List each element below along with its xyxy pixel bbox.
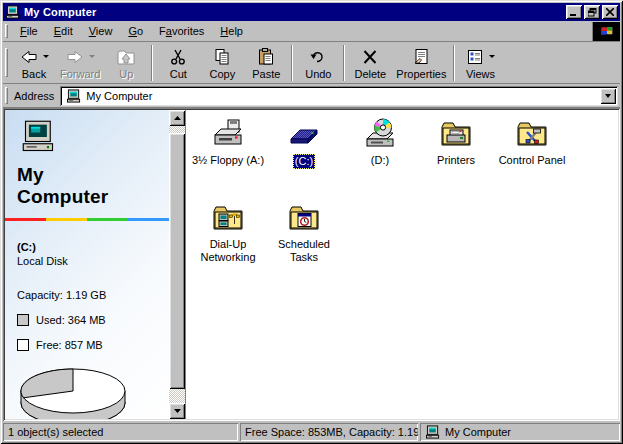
- minimize-button[interactable]: [566, 5, 582, 19]
- delete-button[interactable]: Delete: [348, 44, 392, 82]
- toolbar-separator: [151, 45, 153, 81]
- cd-drive-icon: [364, 118, 396, 150]
- undo-button[interactable]: Undo: [296, 44, 340, 82]
- selected-item-name: (C:): [17, 241, 169, 253]
- address-bar: Address My Computer: [3, 84, 620, 108]
- forward-button[interactable]: Forward: [56, 44, 104, 82]
- used-legend: Used: 364 MB: [17, 314, 169, 326]
- restore-button[interactable]: [584, 5, 600, 19]
- scroll-down-button[interactable]: [169, 403, 185, 419]
- used-swatch: [17, 314, 29, 326]
- printers-folder-icon: [440, 118, 472, 150]
- forward-arrow-icon: [65, 47, 85, 67]
- address-value: My Computer: [86, 90, 600, 102]
- delete-x-icon: [360, 47, 380, 67]
- copy-pages-icon: [212, 47, 232, 67]
- my-computer-icon: [5, 5, 21, 19]
- views-button[interactable]: Views: [458, 44, 502, 82]
- properties-button[interactable]: Properties: [392, 44, 450, 82]
- webview-panel: My Computer (C:) Local Disk Capacity: 1.…: [5, 110, 169, 419]
- close-icon: [606, 8, 614, 16]
- toolbar: Back Forward Up Cut Copy Paste Undo: [3, 42, 620, 84]
- scrollbar-thumb[interactable]: [169, 133, 185, 389]
- menu-help[interactable]: Help: [212, 22, 251, 40]
- properties-sheet-icon: [411, 47, 431, 67]
- undo-arrow-icon: [308, 47, 328, 67]
- floppy-drive-icon: [212, 118, 244, 150]
- toolbar-gripper[interactable]: [5, 48, 8, 77]
- scroll-down-arrow-icon: [174, 409, 181, 413]
- toolbar-separator: [291, 45, 293, 81]
- my-computer-window: My Computer File Edit View Go Favorites …: [0, 0, 623, 444]
- windows-flag-icon: [600, 25, 614, 37]
- toolbar-separator: [453, 45, 455, 81]
- webview-scrollbar[interactable]: [169, 110, 185, 419]
- status-bar: 1 object(s) selected Free Space: 853MB, …: [3, 421, 620, 441]
- rule-green: [87, 218, 128, 221]
- title-bar[interactable]: My Computer: [3, 3, 620, 21]
- paste-button[interactable]: Paste: [244, 44, 288, 82]
- webview-title-line2: Computer: [17, 186, 169, 208]
- menu-file[interactable]: File: [12, 22, 46, 40]
- address-label: Address: [12, 90, 60, 102]
- icon-floppy-a[interactable]: 3½ Floppy (A:): [190, 118, 266, 198]
- icon-scheduled-tasks[interactable]: Scheduled Tasks: [266, 202, 342, 282]
- rule-yellow: [46, 218, 87, 221]
- close-button[interactable]: [602, 5, 618, 19]
- chevron-down-icon: [605, 94, 611, 98]
- icon-printers[interactable]: Printers: [418, 118, 494, 198]
- window-title: My Computer: [24, 6, 564, 18]
- free-text: Free: 857 MB: [36, 339, 103, 351]
- my-computer-icon: [66, 89, 82, 103]
- paste-clipboard-icon: [256, 47, 276, 67]
- icon-drive-d[interactable]: (D:): [342, 118, 418, 198]
- windows-logo-throbber: [592, 22, 620, 41]
- status-location-text: My Computer: [445, 426, 511, 438]
- status-free-space: Free Space: 853MB, Capacity: 1.19GB: [240, 423, 418, 441]
- address-dropdown-button[interactable]: [600, 88, 616, 104]
- rule-blue: [128, 218, 169, 221]
- rule-red: [5, 218, 46, 221]
- capacity-text: Capacity: 1.19 GB: [17, 289, 169, 301]
- views-dropdown-caret[interactable]: [489, 55, 495, 58]
- cut-scissors-icon: [168, 47, 188, 67]
- scroll-up-button[interactable]: [169, 110, 185, 126]
- icon-drive-c[interactable]: (C:): [266, 118, 342, 198]
- back-dropdown-caret[interactable]: [43, 55, 49, 58]
- views-icon: [465, 47, 485, 67]
- menu-view[interactable]: View: [81, 22, 121, 40]
- restore-icon: [588, 8, 597, 17]
- up-button[interactable]: Up: [104, 44, 148, 82]
- selected-item-type: Local Disk: [17, 255, 169, 267]
- menu-favorites[interactable]: Favorites: [151, 22, 212, 40]
- my-computer-icon: [425, 425, 441, 439]
- webview-title-line1: My: [17, 164, 169, 186]
- forward-dropdown-caret[interactable]: [89, 55, 95, 58]
- control-panel-folder-icon: [516, 118, 548, 150]
- disk-usage-pie-chart: [15, 363, 133, 419]
- status-selection: 1 object(s) selected: [3, 423, 238, 441]
- back-button[interactable]: Back: [12, 44, 56, 82]
- address-combobox[interactable]: My Computer: [60, 86, 618, 106]
- menu-edit[interactable]: Edit: [46, 22, 81, 40]
- dialup-networking-folder-icon: [212, 202, 244, 234]
- back-arrow-icon: [19, 47, 39, 67]
- colored-rule: [5, 218, 169, 221]
- icon-control-panel[interactable]: Control Panel: [494, 118, 570, 198]
- up-folder-icon: [116, 47, 136, 67]
- minimize-icon: [570, 9, 578, 16]
- scroll-up-arrow-icon: [174, 116, 181, 120]
- menu-go[interactable]: Go: [120, 22, 151, 40]
- my-computer-large-icon: [21, 120, 57, 154]
- copy-button[interactable]: Copy: [200, 44, 244, 82]
- cut-button[interactable]: Cut: [156, 44, 200, 82]
- icon-pane[interactable]: 3½ Floppy (A:) (C:): [185, 110, 618, 419]
- content-area: My Computer (C:) Local Disk Capacity: 1.…: [3, 108, 620, 421]
- address-gripper[interactable]: [5, 87, 8, 103]
- scrollbar-track[interactable]: [169, 126, 185, 403]
- free-swatch: [17, 339, 29, 351]
- hard-drive-icon: [288, 118, 320, 150]
- menu-gripper[interactable]: [5, 24, 8, 38]
- used-text: Used: 364 MB: [36, 314, 106, 326]
- icon-dialup-networking[interactable]: Dial-Up Networking: [190, 202, 266, 282]
